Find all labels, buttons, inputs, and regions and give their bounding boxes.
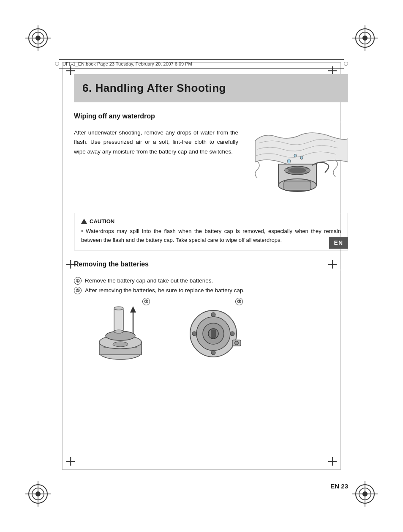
cross-mid-left (66, 260, 75, 269)
svg-point-47 (211, 351, 215, 355)
battery-step1-image: ① (87, 302, 154, 365)
svg-point-27 (306, 168, 310, 173)
file-info-text: UFL-1_EN.book Page 23 Tuesday, February … (63, 61, 192, 66)
svg-rect-45 (211, 329, 216, 338)
warning-triangle-icon (81, 219, 87, 224)
step-2: ② After removing the batteries, be sure … (74, 286, 348, 296)
svg-rect-35 (114, 308, 123, 332)
svg-point-37 (114, 330, 123, 333)
battery-illustrations: ① (74, 302, 348, 365)
svg-point-24 (289, 167, 306, 173)
step-1: ① Remove the battery cap and take out th… (74, 276, 348, 286)
batteries-section: Removing the batteries ① Remove the batt… (74, 261, 348, 366)
caution-box: CAUTION • Waterdrops may spill into the … (74, 213, 348, 250)
svg-point-29 (300, 156, 303, 159)
section-header: 6. Handling After Shooting (74, 74, 348, 102)
svg-point-46 (211, 313, 215, 317)
wiping-section: Wiping off any waterdrop After underwate… (74, 112, 348, 204)
section-title: 6. Handling After Shooting (82, 82, 340, 95)
wiping-content-area: After underwater shooting, remove any dr… (74, 128, 348, 204)
batteries-subtitle: Removing the batteries (74, 261, 348, 270)
wiping-subtitle: Wiping off any waterdrop (74, 112, 348, 122)
caution-title: CAUTION (81, 218, 341, 225)
reg-mark-bottom-right (352, 481, 378, 507)
svg-point-26 (285, 168, 289, 173)
svg-point-48 (192, 332, 196, 336)
step-1-text: Remove the battery cap and take out the … (85, 276, 213, 286)
caution-text: • Waterdrops may spill into the flash wh… (81, 227, 341, 245)
svg-point-28 (287, 159, 291, 163)
main-content: 6. Handling After Shooting Wiping off an… (74, 74, 348, 469)
caution-label: CAUTION (90, 218, 114, 225)
svg-marker-39 (130, 306, 136, 313)
wiping-text: After underwater shooting, remove any dr… (74, 128, 238, 156)
reg-mark-bottom-left (25, 481, 51, 507)
cross-bottom-left (66, 457, 75, 466)
page-number: EN 23 (330, 483, 348, 490)
file-info-bar: UFL-1_EN.book Page 23 Tuesday, February … (59, 59, 344, 69)
svg-point-51 (234, 341, 239, 345)
svg-point-49 (230, 332, 234, 336)
wiping-illustration (247, 128, 348, 204)
reg-mark-top-left (25, 25, 51, 51)
step-2-number: ② (74, 287, 82, 294)
svg-rect-25 (284, 181, 311, 190)
svg-point-36 (114, 307, 123, 310)
reg-mark-top-right (352, 25, 378, 51)
svg-point-40 (113, 342, 128, 347)
svg-point-30 (294, 154, 297, 157)
step-2-text: After removing the batteries, be sure to… (85, 286, 245, 296)
steps-list: ① Remove the battery cap and take out th… (74, 276, 348, 296)
step-1-number: ① (74, 277, 82, 285)
battery-step2-image: ② (180, 302, 247, 365)
